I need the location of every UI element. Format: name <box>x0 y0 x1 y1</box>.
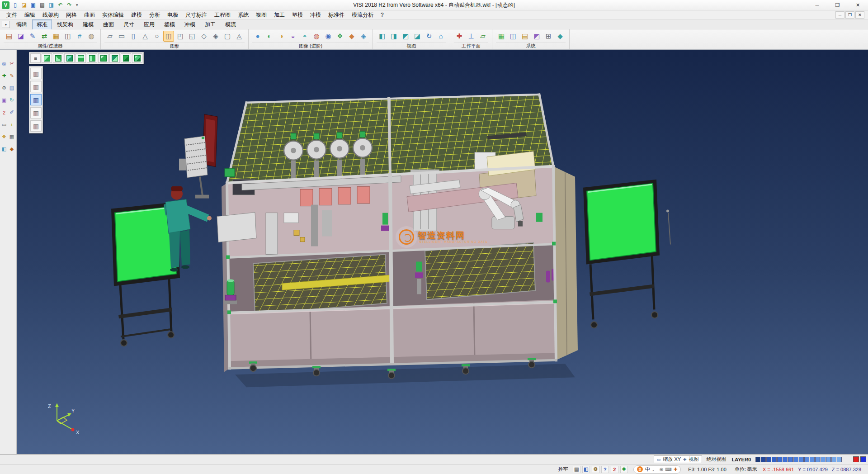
layer-color-segment[interactable] <box>815 457 820 462</box>
mdi-restore-button[interactable]: ❐ <box>845 11 854 19</box>
menu-item[interactable]: 尺寸标注 <box>182 10 211 20</box>
zoom-xy-icon[interactable]: ▭ <box>657 457 661 462</box>
status-icon[interactable]: ? <box>601 466 609 473</box>
left-rail-tool-icon[interactable]: ✎ <box>8 72 15 80</box>
view-cube-button[interactable] <box>42 53 52 63</box>
snap-lock-toggle[interactable]: 拴牢 <box>558 466 568 473</box>
ribbon-icon[interactable]: ❖ <box>335 31 345 42</box>
menu-item[interactable]: 文件 <box>3 10 21 20</box>
view-plane-icon[interactable]: ✚ <box>683 457 687 462</box>
toolbar-tab[interactable]: 应用 <box>139 19 159 30</box>
left-rail-tool-icon[interactable]: ◎ <box>0 60 8 67</box>
ribbon-icon[interactable]: ⊞ <box>543 31 554 42</box>
left-rail-tool-icon[interactable]: ▣ <box>0 96 8 104</box>
toolbar-tab[interactable]: 塑模 <box>160 19 179 30</box>
ribbon-icon[interactable]: ◈ <box>210 31 221 42</box>
minimize-button[interactable]: ─ <box>807 0 827 10</box>
zoom-xy-label[interactable]: 缩放 XY <box>663 456 681 463</box>
ribbon-icon[interactable]: ◨ <box>388 31 399 42</box>
menu-item[interactable]: 编辑 <box>21 10 39 20</box>
ribbon-icon[interactable]: ◩ <box>531 31 542 42</box>
ribbon-icon[interactable]: ○ <box>151 31 162 42</box>
ribbon-icon[interactable]: ◆ <box>346 31 357 42</box>
ribbon-icon[interactable]: ◍ <box>86 31 97 42</box>
ribbon-icon[interactable]: ◫ <box>508 31 519 42</box>
left-rail-tool-icon[interactable]: ◆ <box>8 145 15 153</box>
view-menu-button[interactable]: ≡ <box>30 53 41 63</box>
mdi-close-button[interactable]: ✕ <box>855 11 864 19</box>
toolbar-tab[interactable]: 模流 <box>221 19 241 30</box>
view-cube-button[interactable] <box>121 53 131 63</box>
ribbon-icon[interactable]: ▯ <box>128 31 139 42</box>
toolbar-tab[interactable]: 曲面 <box>99 19 118 30</box>
ribbon-icon[interactable]: ✚ <box>454 31 465 42</box>
status-icon[interactable]: ⚙ <box>592 466 599 473</box>
layer-color-segment[interactable] <box>837 457 842 462</box>
left-rail-tool-icon[interactable]: ▤ <box>8 84 15 92</box>
ribbon-icon[interactable]: ◈ <box>358 31 369 42</box>
layer-color-segment[interactable] <box>810 457 815 462</box>
menu-item[interactable]: 线架构 <box>39 10 62 20</box>
left-rail-tool-icon[interactable]: ✐ <box>8 109 15 116</box>
layer-color-segment[interactable] <box>799 457 804 462</box>
status-icon[interactable]: 2 <box>611 466 618 473</box>
ribbon-icon[interactable]: ◪ <box>15 31 26 42</box>
view-cube-button[interactable] <box>53 53 63 63</box>
menu-item[interactable]: 塑模 <box>288 10 307 20</box>
close-button[interactable]: ✕ <box>848 0 868 10</box>
clipboard-button[interactable]: ▥ <box>30 120 42 132</box>
layer-color-segment[interactable] <box>804 457 809 462</box>
menu-item[interactable]: 加工 <box>270 10 288 20</box>
menu-item[interactable]: 网格 <box>62 10 80 20</box>
ribbon-icon[interactable]: ● <box>252 31 263 42</box>
quick-access-icon[interactable]: ↶ <box>56 1 65 9</box>
quick-access-icon[interactable]: ◪ <box>20 1 28 9</box>
machine-assembly[interactable] <box>217 95 578 379</box>
ribbon-icon[interactable]: ▢ <box>222 31 233 42</box>
ribbon-icon[interactable]: ◬ <box>234 31 245 42</box>
left-rail-tool-icon[interactable]: ⚙ <box>0 84 8 92</box>
ribbon-icon[interactable]: ◓ <box>299 31 310 42</box>
ribbon-icon[interactable]: △ <box>140 31 151 42</box>
layer-color-segment[interactable] <box>755 457 760 462</box>
ribbon-icon[interactable]: ◫ <box>62 31 73 42</box>
toolbar-tab[interactable]: 冲模 <box>180 19 200 30</box>
layer-color-segment[interactable] <box>831 457 836 462</box>
menu-item[interactable]: 曲面 <box>80 10 99 20</box>
menu-item[interactable]: 工程图 <box>211 10 234 20</box>
ime-punctuation-toggle[interactable]: 。 <box>652 466 657 473</box>
menu-item[interactable]: 冲模 <box>307 10 325 20</box>
active-layer-label[interactable]: LAYER0 <box>732 457 751 462</box>
layer-color-segment[interactable] <box>793 457 798 462</box>
menu-item[interactable]: 视图 <box>252 10 270 20</box>
status-icon[interactable]: ▤ <box>573 466 580 473</box>
quick-access-icon[interactable]: ◨ <box>47 1 56 9</box>
layer-color-segment[interactable] <box>772 457 777 462</box>
ribbon-icon[interactable]: ◉ <box>323 31 334 42</box>
menu-item[interactable]: 模流分析 <box>348 10 377 20</box>
3d-viewport[interactable]: Z Y X ≡ <box>17 50 868 454</box>
left-rail-tool-icon[interactable]: ▦ <box>8 133 15 141</box>
ribbon-icon[interactable]: ◪ <box>412 31 423 42</box>
ribbon-icon[interactable]: ↻ <box>424 31 434 42</box>
menu-item[interactable]: ? <box>377 11 387 19</box>
secondary-color-swatch[interactable] <box>860 456 866 462</box>
toolbar-tab[interactable]: 编辑 <box>12 19 32 30</box>
ribbon-icon[interactable]: ◐ <box>264 31 275 42</box>
menu-item[interactable]: 电极 <box>164 10 182 20</box>
ribbon-icon[interactable]: ◍ <box>311 31 322 42</box>
toolbar-tab[interactable]: 标准 <box>32 19 52 30</box>
tab-dropdown-button[interactable]: ▾ <box>2 21 10 28</box>
left-rail-tool-icon[interactable]: ✂ <box>8 60 15 67</box>
view-cube-button[interactable] <box>75 53 86 63</box>
left-rail-tool-icon[interactable]: ◧ <box>0 145 8 153</box>
clipboard-button[interactable]: ▥ <box>30 107 42 118</box>
left-rail-tool-icon[interactable]: ❖ <box>0 133 8 141</box>
ribbon-icon[interactable]: ◧ <box>377 31 387 42</box>
ribbon-icon[interactable]: ⌂ <box>435 31 446 42</box>
clipboard-button[interactable]: ▥ <box>30 81 42 92</box>
quick-access-icon[interactable]: ↷ <box>65 1 74 9</box>
ime-tool-icon[interactable]: ◉ <box>660 467 664 472</box>
menu-item[interactable]: 建模 <box>127 10 146 20</box>
layer-color-segment[interactable] <box>783 457 788 462</box>
